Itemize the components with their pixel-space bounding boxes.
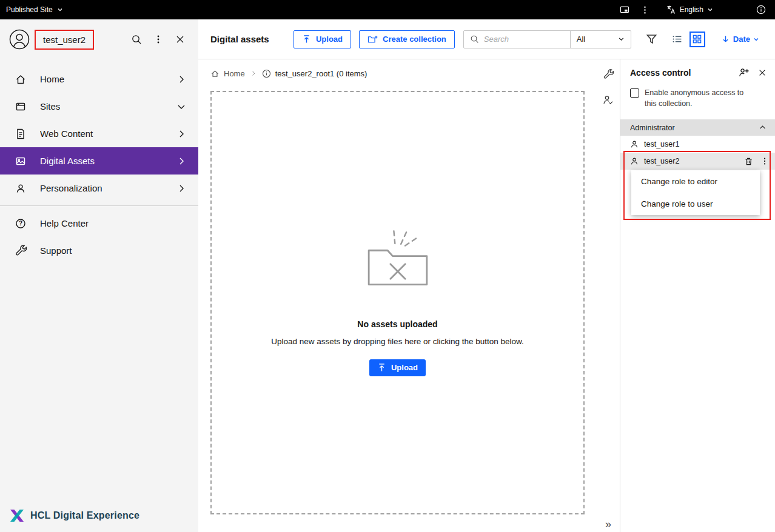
chevron-right-icon [176,75,186,84]
sidebar-item-label: Help Center [40,218,186,228]
sidebar-header: test_user2 [0,19,198,59]
list-view-button[interactable] [669,32,685,47]
side-tools-strip: » [597,59,620,532]
arrow-down-icon [721,35,730,44]
anonymous-access-checkbox[interactable] [630,88,639,98]
brand-footer: HCL Digital Experience [0,509,198,532]
sort-label: Date [733,35,750,44]
sidebar-item-label: Digital Assets [40,156,176,166]
breadcrumb-home[interactable]: Home [210,69,245,78]
collapse-panel-icon[interactable]: » [597,518,620,531]
member-row-actions [744,157,769,166]
filter-icon[interactable] [646,33,657,45]
search-input[interactable] [484,35,570,44]
site-switcher-label: Published Site [6,5,53,14]
upload-icon [302,35,311,44]
chevron-up-icon [759,124,767,131]
page-title: Digital assets [210,34,269,44]
app-body: test_user2 Home [0,19,775,532]
sites-icon [15,101,27,113]
chevron-right-icon [176,184,186,193]
upload-button[interactable]: Upload [294,30,351,48]
brand-name: HCL Digital Experience [30,510,139,521]
empty-state-subtitle: Upload new assets by dropping files here… [271,337,524,346]
translate-icon [666,5,676,15]
language-selector[interactable]: English [666,5,713,15]
create-collection-label: Create collection [383,35,446,44]
overflow-menu-icon[interactable] [147,28,169,50]
member-row-test-user2[interactable]: test_user2 [620,153,775,170]
sidebar-actions [126,28,191,50]
wrench-icon [15,245,27,257]
breadcrumb-current-label: test_user2_root1 (0 items) [275,69,367,78]
hcl-dx-logo [10,509,24,522]
sidebar-item-digital-assets[interactable]: Digital Assets [0,147,198,175]
anonymous-access-row: Enable anonymous access to this collecti… [620,83,775,115]
svg-text:?: ? [19,220,22,227]
search-icon[interactable] [126,28,147,50]
preview-screen-icon[interactable] [614,0,635,19]
add-user-icon[interactable] [739,67,750,78]
home-icon [15,73,27,85]
search-icon [470,35,479,44]
chevron-down-icon [707,7,713,13]
sidebar-item-help-center[interactable]: ? Help Center [0,210,198,237]
close-icon[interactable] [758,68,767,77]
access-panel-title: Access control [630,68,730,78]
chevron-down-icon [753,36,759,42]
member-overflow-menu-icon[interactable] [760,157,769,165]
home-icon [210,69,220,78]
sidebar-item-sites[interactable]: Sites [0,93,198,120]
upload-button-label: Upload [316,35,343,44]
search-scope-dropdown[interactable]: All [570,31,631,48]
sidebar-item-home[interactable]: Home [0,65,198,93]
current-username: test_user2 [35,30,94,50]
upload-icon [377,363,386,372]
access-control-user-icon[interactable] [603,95,614,105]
topbar-actions: English [614,0,771,19]
sidebar-item-personalization[interactable]: Personalization [0,175,198,202]
main-area: Digital assets Upload Create collection [198,19,775,532]
sidebar-nav: Home Sites Web Content [0,59,198,264]
role-section-label: Administrator [630,124,675,132]
top-bar: Published Site English [0,0,775,19]
role-section-administrator[interactable]: Administrator [620,119,775,136]
main-header: Digital assets Upload Create collection [198,19,775,59]
asset-tools-wrench-icon[interactable] [603,69,614,80]
info-icon[interactable] [751,0,771,19]
member-row-test-user1[interactable]: test_user1 [620,136,775,153]
asset-drop-zone[interactable]: No assets uploaded Upload new assets by … [210,91,585,514]
empty-state-title: No assets uploaded [357,319,437,329]
overflow-menu-icon[interactable] [635,0,656,19]
info-icon[interactable] [262,69,271,78]
sidebar: test_user2 Home [0,19,198,532]
image-icon [15,155,27,167]
sidebar-item-label: Support [40,245,186,256]
access-control-panel: Access control Enable anonymous access t… [620,59,775,532]
member-name: test_user2 [644,157,679,165]
delete-member-trash-icon[interactable] [744,157,753,166]
sidebar-item-support[interactable]: Support [0,237,198,264]
sidebar-item-label: Personalization [40,183,176,193]
empty-folder-icon [361,230,435,294]
close-icon[interactable] [169,28,191,50]
grid-view-button[interactable] [689,32,705,47]
chevron-right-icon [176,129,186,139]
view-toggle [669,32,705,47]
sidebar-item-label: Sites [40,101,176,111]
user-avatar-icon[interactable] [8,28,30,50]
sort-control[interactable]: Date [721,35,759,44]
folder-add-icon [367,35,378,44]
member-name: test_user1 [644,140,679,148]
create-collection-button[interactable]: Create collection [359,30,455,48]
menu-item-change-role-editor[interactable]: Change role to editor [631,170,760,193]
chevron-right-icon [176,156,186,166]
menu-item-change-role-user[interactable]: Change role to user [631,193,760,215]
upload-button-primary[interactable]: Upload [369,359,426,376]
upload-button-primary-label: Upload [391,363,418,372]
language-label: English [680,5,703,14]
person-icon [15,182,27,195]
sidebar-item-web-content[interactable]: Web Content [0,120,198,147]
site-switcher[interactable]: Published Site [6,5,63,14]
change-role-menu: Change role to editor Change role to use… [631,170,760,215]
